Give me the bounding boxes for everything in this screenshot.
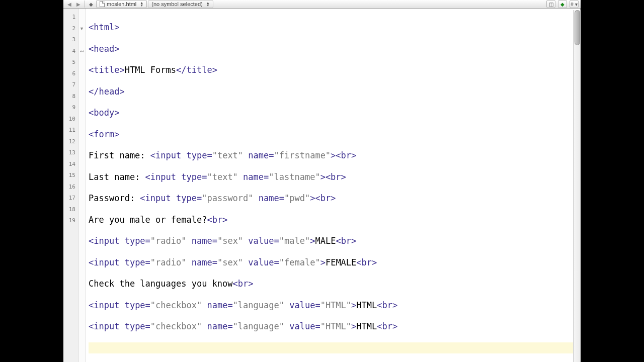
attr-token: type= bbox=[125, 236, 150, 246]
current-filename: mosleh.html bbox=[107, 1, 136, 7]
code-line: <title>HTML Forms</title> bbox=[89, 64, 580, 76]
text-token: HTML bbox=[356, 300, 377, 310]
value-token: "sex" bbox=[217, 236, 243, 246]
value-token: "radio" bbox=[150, 236, 187, 246]
line-number: 17 bbox=[63, 193, 78, 204]
tag-token: <input bbox=[150, 150, 187, 160]
code-line: <input type="checkbox" name="language" v… bbox=[89, 300, 580, 311]
tag-token: <br> bbox=[207, 215, 227, 225]
attr-token: name= bbox=[202, 300, 232, 310]
code-line: </head> bbox=[89, 86, 580, 98]
value-token: "checkbox" bbox=[150, 300, 202, 310]
attr-token: name= bbox=[187, 236, 217, 246]
code-line: <form> bbox=[89, 129, 580, 140]
line-number: 13 bbox=[63, 147, 78, 159]
line-number: 12 bbox=[63, 136, 78, 148]
code-line: <input type="radio" name="sex" value="ma… bbox=[89, 235, 580, 247]
line-number: 2 bbox=[63, 23, 78, 35]
symbol-selector[interactable]: (no symbol selected) ▲▼ bbox=[148, 0, 213, 8]
counterpart-button[interactable]: ◆ bbox=[558, 0, 567, 8]
tag-token: <input bbox=[89, 300, 125, 310]
value-token: "password" bbox=[202, 193, 253, 203]
text-token: FEMALE bbox=[326, 257, 356, 267]
fold-cell bbox=[78, 34, 85, 46]
code-line: <head> bbox=[89, 43, 580, 55]
nav-back-button[interactable]: ◀ bbox=[65, 0, 73, 8]
fold-cell bbox=[78, 12, 85, 23]
popup-arrows-icon: ▲▼ bbox=[140, 2, 143, 7]
code-line: Password: <input type="password" name="p… bbox=[89, 193, 580, 204]
attr-token: name= bbox=[243, 150, 274, 160]
value-token: "pwd" bbox=[284, 193, 310, 203]
tag-token: > bbox=[310, 236, 315, 246]
text-token: HTML bbox=[356, 321, 377, 331]
attr-token: type= bbox=[125, 300, 150, 310]
value-token: "text" bbox=[207, 172, 237, 182]
line-number: 9 bbox=[63, 102, 78, 114]
value-token: "sex" bbox=[217, 257, 243, 267]
line-number: 10 bbox=[63, 114, 78, 125]
popup-arrows-icon: ▲▼ bbox=[206, 2, 210, 7]
tag-token: <input bbox=[145, 172, 182, 182]
value-token: "HTML" bbox=[320, 300, 351, 310]
editor-window: ◀ ▶ ◆ mosleh.html ▲▼ (no symbol selected… bbox=[63, 0, 581, 362]
line-number: 6 bbox=[63, 68, 78, 80]
tag-token: <br> bbox=[233, 279, 254, 289]
tag-token: <html> bbox=[89, 22, 119, 32]
tag-token: <br> bbox=[377, 300, 397, 310]
tag-token: <input bbox=[140, 193, 176, 203]
line-number: 18 bbox=[63, 204, 78, 216]
tag-token: </title> bbox=[176, 65, 217, 75]
text-token: First name: bbox=[89, 150, 150, 160]
toolbar-separator bbox=[85, 1, 85, 8]
code-line: Last name: <input type="text" name="last… bbox=[89, 171, 580, 183]
split-view-button[interactable]: ◫ bbox=[546, 0, 555, 8]
attr-token: name= bbox=[202, 321, 232, 331]
value-token: "male" bbox=[279, 236, 310, 246]
vertical-scrollbar[interactable] bbox=[573, 10, 581, 362]
line-number: 15 bbox=[63, 170, 78, 182]
file-selector[interactable]: mosleh.html ▲▼ bbox=[96, 0, 147, 8]
text-token: HTML Forms bbox=[125, 65, 176, 75]
line-number: 19 bbox=[63, 215, 78, 227]
nav-forward-button[interactable]: ▶ bbox=[74, 0, 83, 8]
attr-token: value= bbox=[284, 300, 320, 310]
text-token: Check the languages you know bbox=[89, 279, 233, 289]
code-line: First name: <input type="text" name="fir… bbox=[89, 150, 580, 161]
code-line: <input type="radio" name="sex" value="fe… bbox=[89, 257, 580, 268]
file-icon bbox=[100, 1, 105, 7]
attr-token: name= bbox=[238, 172, 269, 182]
tag-token: ><br> bbox=[310, 193, 336, 203]
line-number-gutter: 1 2 3 4 5 6 7 8 9 10 11 12 13 14 15 16 1… bbox=[63, 9, 78, 362]
tag-token: <body> bbox=[89, 108, 119, 118]
tag-token: <input bbox=[89, 257, 125, 267]
recent-files-button[interactable]: ◆ bbox=[87, 0, 95, 8]
tag-token: > bbox=[351, 300, 356, 310]
value-token: "language" bbox=[233, 300, 284, 310]
line-number: 14 bbox=[63, 159, 78, 170]
tag-token: <title> bbox=[89, 65, 125, 75]
fold-toggle[interactable]: ▼ bbox=[78, 23, 85, 35]
fold-gutter: ▼ ↤ bbox=[78, 9, 86, 362]
tag-token: <input bbox=[89, 236, 125, 246]
attr-token: value= bbox=[243, 257, 279, 267]
value-token: "lastname" bbox=[269, 172, 320, 182]
value-token: "text" bbox=[212, 150, 243, 160]
attr-token: type= bbox=[125, 257, 150, 267]
scrollbar-thumb[interactable] bbox=[575, 10, 580, 45]
tag-token: <form> bbox=[89, 129, 119, 139]
tag-token: <head> bbox=[89, 44, 119, 54]
navigation-toolbar: ◀ ▶ ◆ mosleh.html ▲▼ (no symbol selected… bbox=[63, 0, 581, 9]
text-token: Password: bbox=[89, 193, 140, 203]
code-editor[interactable]: <html> <head> <title>HTML Forms</title> … bbox=[86, 9, 580, 362]
symbol-label: (no symbol selected) bbox=[151, 1, 203, 7]
tag-token: ><br> bbox=[320, 172, 346, 182]
value-token: "radio" bbox=[150, 257, 187, 267]
code-line: Check the languages you know<br> bbox=[89, 278, 580, 290]
tag-token: <input bbox=[89, 321, 125, 331]
line-number: 11 bbox=[63, 125, 78, 136]
value-token: "checkbox" bbox=[150, 321, 202, 331]
text-token: Last name: bbox=[89, 172, 145, 182]
hash-menu-button[interactable]: # ▾ bbox=[570, 0, 579, 8]
value-token: "female" bbox=[279, 257, 320, 267]
